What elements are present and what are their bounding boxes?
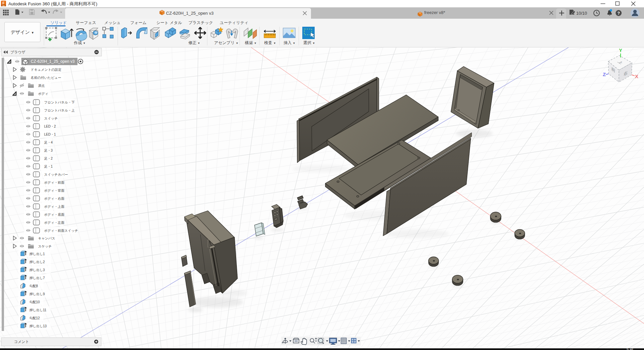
svg-text:ボディ・前面: ボディ・前面 [44, 181, 64, 184]
svg-text:LED・2: LED・2 [44, 125, 56, 128]
svg-text:CZ-620H_1_25_open v3: CZ-620H_1_25_open v3 [31, 59, 75, 64]
svg-text:ボディ・上面: ボディ・上面 [44, 205, 64, 208]
svg-text:勾配10: 勾配10 [29, 300, 40, 304]
svg-text:足・2: 足・2 [44, 157, 53, 160]
svg-text:押し出し9: 押し出し9 [29, 292, 45, 296]
svg-text:ボディ・左面: ボディ・左面 [44, 221, 64, 224]
svg-text:キャンバス: キャンバス [38, 236, 55, 240]
svg-text:名前の付いたビュー: 名前の付いたビュー [31, 76, 61, 79]
svg-text:ボディ・右面: ボディ・右面 [44, 197, 64, 200]
svg-text:原点: 原点 [38, 84, 45, 88]
svg-text:LED・1: LED・1 [44, 133, 56, 136]
svg-text:勾配12: 勾配12 [29, 316, 40, 320]
svg-text:フロントパネル・下: フロントパネル・下 [44, 101, 75, 104]
svg-text:2:45: 2:45 [626, 348, 633, 350]
svg-text:ボディ・背面: ボディ・背面 [44, 189, 64, 192]
svg-text:ボディ: ボディ [38, 92, 48, 96]
svg-text:スケッチ: スケッチ [38, 244, 52, 248]
svg-text:足・4: 足・4 [44, 141, 53, 144]
svg-text:足・1: 足・1 [44, 165, 53, 168]
svg-text:Y: Y [619, 48, 622, 53]
svg-text:ドキュメントの設定: ドキュメントの設定 [31, 68, 61, 71]
svg-text:押し出し13: 押し出し13 [29, 324, 47, 328]
svg-text:フロントパネル・上: フロントパネル・上 [44, 109, 75, 112]
svg-text:足・3: 足・3 [44, 149, 53, 152]
svg-text:スイッチ: スイッチ [44, 117, 58, 120]
svg-text:押し出し3: 押し出し3 [29, 268, 45, 272]
svg-text:勾配8: 勾配8 [29, 284, 38, 288]
svg-text:コメント: コメント [14, 340, 29, 344]
svg-text:ブラウザ: ブラウザ [10, 50, 25, 54]
svg-text:ボディ・底面: ボディ・底面 [44, 213, 64, 216]
svg-text:押し出し2: 押し出し2 [29, 260, 45, 264]
svg-text:押し出し7: 押し出し7 [29, 276, 45, 280]
svg-text:押し出し11: 押し出し11 [29, 308, 46, 312]
svg-text:X: X [635, 73, 638, 79]
svg-text:Z: Z [603, 71, 606, 77]
svg-text:ボディ・前面スイッチ: ボディ・前面スイッチ [44, 229, 78, 232]
svg-text:スイッチカバー: スイッチカバー [44, 173, 68, 176]
svg-text:押し出し1: 押し出し1 [29, 252, 45, 256]
